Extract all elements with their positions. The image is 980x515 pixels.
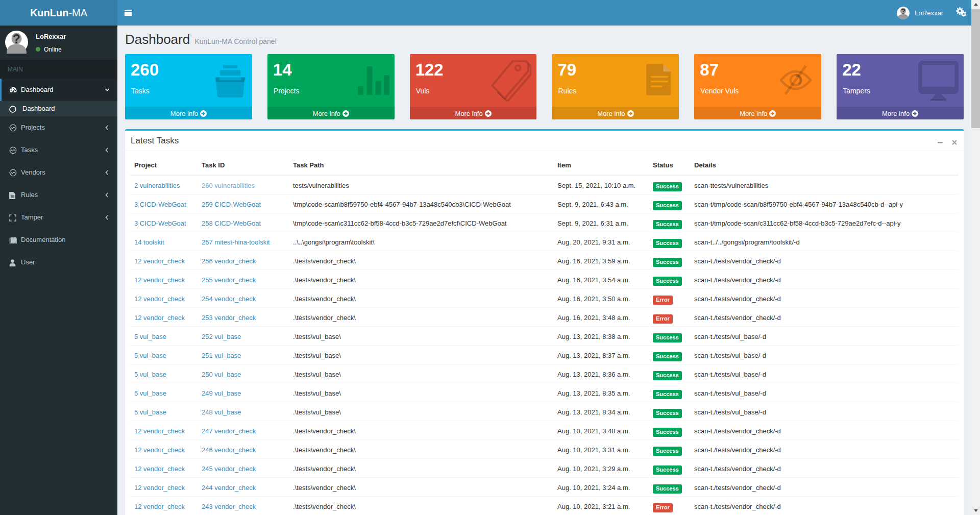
svg-text:?: ? xyxy=(13,32,20,46)
svg-text:?: ? xyxy=(901,7,905,15)
